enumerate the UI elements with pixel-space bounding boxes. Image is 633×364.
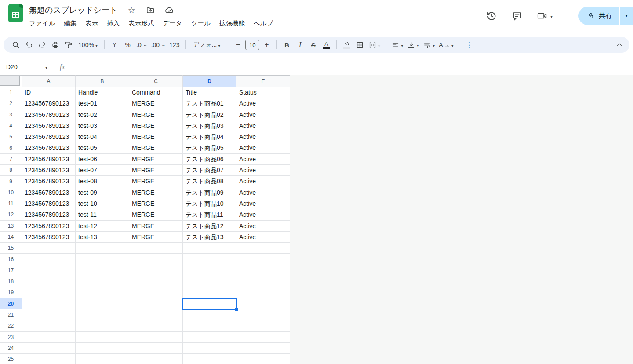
fill-color-button[interactable] bbox=[341, 39, 353, 51]
cell-E16[interactable] bbox=[236, 254, 290, 265]
menu-拡張機能[interactable]: 拡張機能 bbox=[215, 18, 249, 29]
share-dropdown-icon[interactable] bbox=[620, 14, 633, 18]
cell-A21[interactable] bbox=[22, 309, 76, 320]
formula-input[interactable] bbox=[65, 59, 633, 75]
menu-データ[interactable]: データ bbox=[158, 18, 186, 29]
menu-ファイル[interactable]: ファイル bbox=[25, 18, 59, 29]
cell-B6[interactable]: test-05 bbox=[76, 142, 129, 153]
row-header-21[interactable]: 21 bbox=[0, 309, 22, 320]
row-header-9[interactable]: 9 bbox=[0, 176, 22, 187]
cell-D7[interactable]: テスト商品06 bbox=[183, 154, 236, 165]
cell-E20[interactable] bbox=[236, 298, 290, 309]
cell-A3[interactable]: 1234567890123 bbox=[22, 109, 76, 120]
cell-A19[interactable] bbox=[22, 287, 76, 298]
cell-C23[interactable] bbox=[129, 332, 183, 343]
cell-D15[interactable] bbox=[183, 243, 236, 254]
cell-D18[interactable] bbox=[183, 276, 236, 287]
column-header-E[interactable]: E bbox=[236, 75, 290, 87]
cell-B24[interactable] bbox=[76, 343, 129, 354]
cell-E4[interactable]: Active bbox=[236, 120, 290, 131]
cell-D2[interactable]: テスト商品01 bbox=[183, 98, 236, 109]
zoom-select[interactable]: 100% bbox=[76, 39, 100, 51]
row-header-2[interactable]: 2 bbox=[0, 98, 22, 109]
menu-挿入[interactable]: 挿入 bbox=[102, 18, 124, 29]
cell-B12[interactable]: test-11 bbox=[76, 209, 129, 220]
paint-format-button[interactable] bbox=[62, 39, 74, 51]
cell-A25[interactable] bbox=[22, 354, 76, 364]
italic-button[interactable]: I bbox=[294, 39, 306, 51]
cell-E17[interactable] bbox=[236, 265, 290, 276]
row-header-14[interactable]: 14 bbox=[0, 232, 22, 243]
row-header-23[interactable]: 23 bbox=[0, 332, 22, 343]
bold-button[interactable]: B bbox=[281, 39, 293, 51]
name-box[interactable]: D20 bbox=[0, 59, 52, 75]
cell-E6[interactable]: Active bbox=[236, 142, 290, 153]
cell-D20[interactable] bbox=[183, 298, 236, 309]
cell-D9[interactable]: テスト商品08 bbox=[183, 176, 236, 187]
menu-ヘルプ[interactable]: ヘルプ bbox=[249, 18, 278, 29]
cell-B23[interactable] bbox=[76, 332, 129, 343]
column-header-A[interactable]: A bbox=[22, 75, 76, 87]
vertical-align-button[interactable] bbox=[406, 39, 420, 51]
cell-C10[interactable]: MERGE bbox=[129, 187, 183, 198]
cell-A1[interactable]: ID bbox=[22, 87, 76, 98]
cell-B3[interactable]: test-02 bbox=[76, 109, 129, 120]
cell-E15[interactable] bbox=[236, 243, 290, 254]
cell-B18[interactable] bbox=[76, 276, 129, 287]
sheets-logo[interactable] bbox=[8, 4, 23, 22]
cell-D10[interactable]: テスト商品09 bbox=[183, 187, 236, 198]
cell-B4[interactable]: test-03 bbox=[76, 120, 129, 131]
cell-C15[interactable] bbox=[129, 243, 183, 254]
merge-cells-button[interactable] bbox=[367, 39, 382, 51]
row-header-19[interactable]: 19 bbox=[0, 287, 22, 298]
cell-D17[interactable] bbox=[183, 265, 236, 276]
share-button[interactable]: 共有 bbox=[578, 12, 619, 20]
merge-dropdown-icon[interactable] bbox=[378, 41, 380, 48]
cell-C5[interactable]: MERGE bbox=[129, 131, 183, 142]
cell-C7[interactable]: MERGE bbox=[129, 154, 183, 165]
cell-B16[interactable] bbox=[76, 254, 129, 265]
cell-D22[interactable] bbox=[183, 320, 236, 331]
cell-D4[interactable]: テスト商品03 bbox=[183, 120, 236, 131]
cell-B22[interactable] bbox=[76, 320, 129, 331]
cell-C13[interactable]: MERGE bbox=[129, 221, 183, 232]
cell-E21[interactable] bbox=[236, 309, 290, 320]
menu-編集[interactable]: 編集 bbox=[59, 18, 81, 29]
cell-C16[interactable] bbox=[129, 254, 183, 265]
cell-E8[interactable]: Active bbox=[236, 165, 290, 176]
hide-menus-icon[interactable] bbox=[613, 39, 625, 51]
row-header-12[interactable]: 12 bbox=[0, 209, 22, 220]
cell-B9[interactable]: test-08 bbox=[76, 176, 129, 187]
cell-D25[interactable] bbox=[183, 354, 236, 364]
meet-dropdown-icon[interactable] bbox=[550, 12, 553, 20]
row-header-1[interactable]: 1 bbox=[0, 87, 22, 98]
cell-A12[interactable]: 1234567890123 bbox=[22, 209, 76, 220]
cell-D21[interactable] bbox=[183, 309, 236, 320]
cell-B7[interactable]: test-06 bbox=[76, 154, 129, 165]
decrease-decimals-button[interactable]: .0 bbox=[135, 39, 149, 51]
cell-E23[interactable] bbox=[236, 332, 290, 343]
cell-A14[interactable]: 1234567890123 bbox=[22, 232, 76, 243]
cell-E3[interactable]: Active bbox=[236, 109, 290, 120]
cell-E12[interactable]: Active bbox=[236, 209, 290, 220]
vertical-align-dropdown-icon[interactable] bbox=[417, 41, 419, 48]
meet-button[interactable] bbox=[536, 10, 553, 22]
row-header-11[interactable]: 11 bbox=[0, 198, 22, 209]
cell-B10[interactable]: test-09 bbox=[76, 187, 129, 198]
name-box-dropdown-icon[interactable] bbox=[45, 63, 47, 71]
cell-A18[interactable] bbox=[22, 276, 76, 287]
cell-A23[interactable] bbox=[22, 332, 76, 343]
cell-A17[interactable] bbox=[22, 265, 76, 276]
cell-B2[interactable]: test-01 bbox=[76, 98, 129, 109]
text-wrap-dropdown-icon[interactable] bbox=[433, 41, 435, 48]
cell-D11[interactable]: テスト商品10 bbox=[183, 198, 236, 209]
increase-decimals-button[interactable]: .00 bbox=[150, 39, 167, 51]
row-header-16[interactable]: 16 bbox=[0, 254, 22, 265]
cell-D16[interactable] bbox=[183, 254, 236, 265]
document-title[interactable]: 無題のスプレッドシート bbox=[29, 5, 117, 15]
cell-C19[interactable] bbox=[129, 287, 183, 298]
row-header-8[interactable]: 8 bbox=[0, 165, 22, 176]
cell-A16[interactable] bbox=[22, 254, 76, 265]
row-header-5[interactable]: 5 bbox=[0, 131, 22, 142]
cell-B5[interactable]: test-04 bbox=[76, 131, 129, 142]
